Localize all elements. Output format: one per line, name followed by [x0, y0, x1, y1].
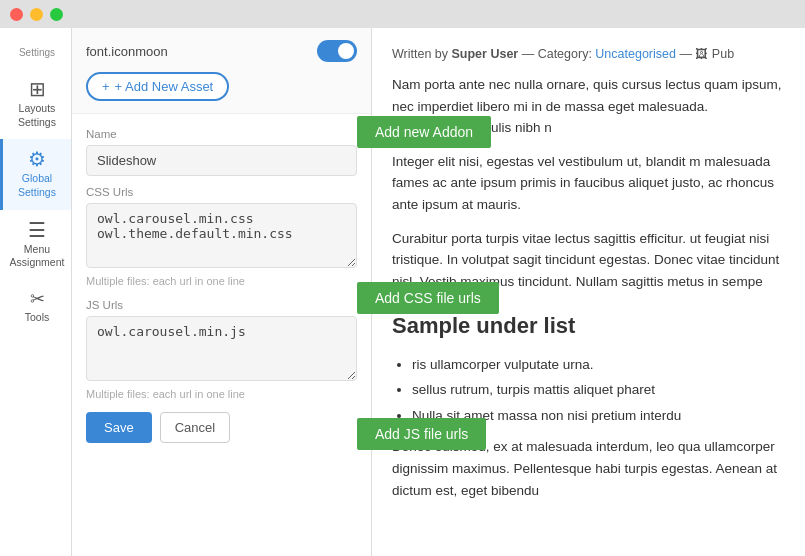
sidebar-layouts-label: Layouts Settings: [18, 102, 56, 129]
sidebar-item-tools[interactable]: ✂ Tools: [0, 280, 71, 335]
sidebar-item-menu-assignment[interactable]: ☰ Menu Assignment: [0, 210, 71, 280]
sidebar-menu-label: Menu Assignment: [10, 243, 65, 270]
maximize-button[interactable]: [50, 8, 63, 21]
css-urls-label: CSS Urls: [86, 186, 357, 198]
js-urls-label: JS Urls: [86, 299, 357, 311]
font-toggle[interactable]: [317, 40, 357, 62]
sidebar-item-layouts-settings[interactable]: ⊞ Layouts Settings: [0, 69, 71, 139]
sidebar-settings-label: Settings: [19, 46, 55, 59]
btn-row: Save Cancel: [86, 412, 357, 443]
content-form: Name CSS Urls owl.carousel.min.css owl.t…: [72, 114, 371, 556]
addon-overlay-label: Add new Addon: [375, 124, 473, 140]
js-overlay-label: Add JS file urls: [375, 426, 468, 442]
layouts-settings-icon: ⊞: [29, 79, 46, 99]
save-button[interactable]: Save: [86, 412, 152, 443]
sidebar: Settings ⊞ Layouts Settings ⚙ Global Set…: [0, 28, 72, 556]
sidebar-item-global-settings[interactable]: ⚙ Global Settings: [0, 139, 71, 209]
sidebar-item-settings-top: Settings: [0, 36, 71, 69]
article-meta: Written by Super User — Category: Uncate…: [392, 44, 785, 64]
list-item: sellus rutrum, turpis mattis aliquet pha…: [412, 379, 785, 401]
name-label: Name: [86, 128, 357, 140]
sidebar-global-label: Global Settings: [18, 172, 56, 199]
app-layout: Settings ⊞ Layouts Settings ⚙ Global Set…: [0, 28, 805, 556]
article-list: ris ullamcorper vulputate urna. sellus r…: [412, 354, 785, 427]
close-button[interactable]: [10, 8, 23, 21]
js-urls-textarea[interactable]: owl.carousel.min.js: [86, 316, 357, 381]
cancel-button[interactable]: Cancel: [160, 412, 230, 443]
article-para-2: Integer elit nisi, egestas vel vestibulu…: [392, 151, 785, 216]
category-link[interactable]: Uncategorised: [595, 47, 676, 61]
css-hint: Multiple files: each url in one line: [86, 275, 357, 287]
titlebar: [0, 0, 805, 28]
main-relative: Add new Addon Add CSS file urls Add JS f…: [72, 28, 805, 556]
font-row: font.iconmoon: [86, 40, 357, 62]
menu-assignment-icon: ☰: [28, 220, 46, 240]
add-asset-label: + Add New Asset: [115, 79, 214, 94]
global-settings-icon: ⚙: [28, 149, 46, 169]
css-urls-textarea[interactable]: owl.carousel.min.css owl.theme.default.m…: [86, 203, 357, 268]
js-overlay[interactable]: Add JS file urls: [357, 418, 486, 450]
name-input[interactable]: [86, 145, 357, 176]
js-hint: Multiple files: each url in one line: [86, 388, 357, 400]
add-asset-icon: +: [102, 79, 110, 94]
sidebar-tools-label: Tools: [25, 311, 50, 325]
font-label: font.iconmoon: [86, 44, 168, 59]
add-asset-button[interactable]: + + Add New Asset: [86, 72, 229, 101]
tools-icon: ✂: [30, 290, 45, 308]
list-item: ris ullamcorper vulputate urna.: [412, 354, 785, 376]
content-panel: font.iconmoon + + Add New Asset Name CSS…: [72, 28, 372, 556]
css-overlay-label: Add CSS file urls: [375, 290, 481, 306]
content-panel-top: font.iconmoon + + Add New Asset: [72, 28, 371, 114]
css-overlay[interactable]: Add CSS file urls: [357, 282, 499, 314]
addon-overlay[interactable]: Add new Addon: [357, 116, 491, 148]
minimize-button[interactable]: [30, 8, 43, 21]
